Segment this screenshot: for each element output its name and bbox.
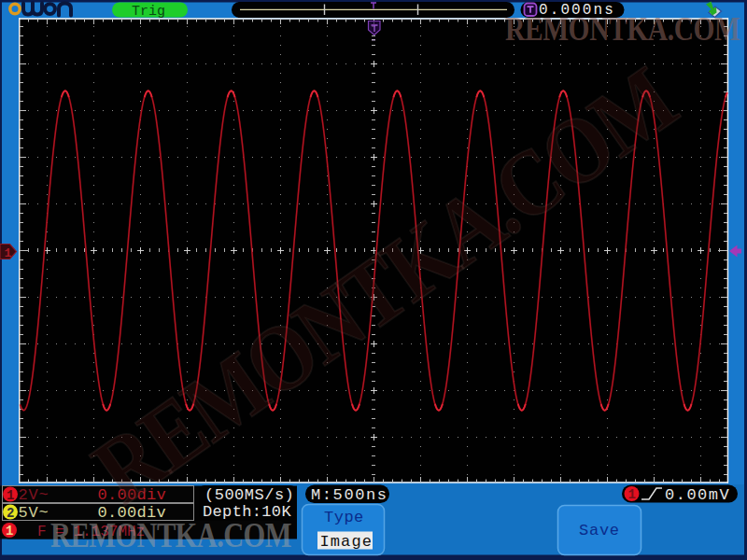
svg-text:1: 1 xyxy=(5,246,12,260)
svg-text:1: 1 xyxy=(7,488,14,503)
svg-text:Save: Save xyxy=(579,522,620,539)
svg-text:1: 1 xyxy=(6,524,13,539)
svg-text:Trig: Trig xyxy=(132,4,165,20)
svg-text:Type: Type xyxy=(324,509,364,526)
svg-text:2: 2 xyxy=(7,506,14,521)
svg-text:REMONTKA.COM: REMONTKA.COM xyxy=(50,515,291,554)
svg-text:2V~: 2V~ xyxy=(19,486,49,504)
svg-text:0.00mV: 0.00mV xyxy=(665,486,730,504)
svg-text:M:500ns: M:500ns xyxy=(311,486,388,504)
svg-text:(500MS/s): (500MS/s) xyxy=(204,486,294,504)
svg-text:REMONTKA.COM: REMONTKA.COM xyxy=(505,11,740,48)
svg-text:Image: Image xyxy=(320,533,374,551)
svg-text:5V~: 5V~ xyxy=(19,504,49,522)
svg-text:1: 1 xyxy=(628,487,636,502)
